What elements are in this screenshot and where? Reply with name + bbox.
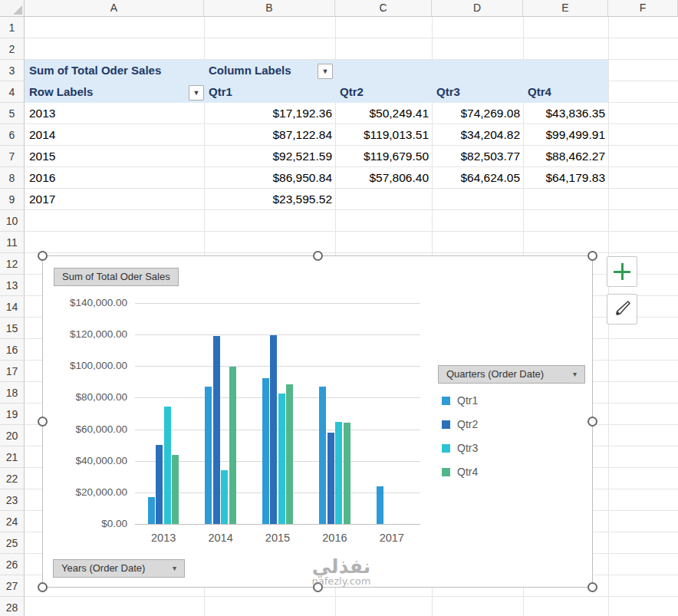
dropdown-arrow-icon: ▼ [193,89,200,97]
bar-qtr3-2016[interactable] [335,422,342,524]
bar-qtr4-2016[interactable] [344,423,351,524]
row-header-28[interactable]: 28 [0,597,25,616]
y-axis-tick-label: $40,000.00 [43,454,127,468]
column-header-C[interactable]: C [335,0,432,17]
bar-qtr2-2015[interactable] [270,335,277,524]
y-axis-tick-label: $120,000.00 [43,328,127,341]
chart-title-field-button[interactable]: Sum of Total Oder Sales [54,268,179,286]
x-axis-label-2015: 2015 [249,531,306,545]
y-axis-tick-label: $140,000.00 [43,296,127,310]
resize-handle-top-center[interactable] [313,251,323,261]
row-header-9[interactable]: 9 [0,189,25,210]
bar-qtr1-2014[interactable] [205,387,212,524]
pivot-chart[interactable]: Sum of Total Oder Sales $0.00$20,000.00$… [42,255,593,588]
row-header-19[interactable]: 19 [0,404,25,425]
row-header-8[interactable]: 8 [0,167,25,189]
chart-x-axis-line [135,524,420,525]
bar-qtr3-2015[interactable] [278,394,285,524]
row-header-23[interactable]: 23 [0,489,25,511]
legend-swatch-qtr1 [442,397,450,405]
excel-worksheet: ABCDEF 123456789101112131415161718192021… [0,0,678,616]
dropdown-arrow-icon: ▾ [573,366,577,383]
x-axis-label-2013: 2013 [135,531,192,545]
column-header-A[interactable]: A [25,0,204,17]
resize-handle-mid-left[interactable] [38,417,48,427]
y-axis-tick-label: $100,000.00 [43,359,127,373]
row-header-13[interactable]: 13 [0,275,25,296]
row-header-11[interactable]: 11 [0,232,25,253]
row-header-7[interactable]: 7 [0,146,25,167]
bar-qtr1-2013[interactable] [148,497,155,524]
row-header-16[interactable]: 16 [0,339,25,361]
resize-handle-bottom-left[interactable] [38,582,48,592]
resize-handle-bottom-right[interactable] [587,582,597,592]
bar-qtr1-2016[interactable] [319,387,326,524]
chart-elements-button[interactable] [607,256,637,287]
chart-styles-button[interactable] [607,294,637,324]
bar-qtr1-2017[interactable] [377,486,383,524]
column-header-E[interactable]: E [523,0,608,17]
row-header-15[interactable]: 15 [0,318,25,339]
row-header-18[interactable]: 18 [0,382,25,404]
axis-field-label: Years (Order Date) [61,560,145,577]
legend-label-qtr3: Qtr3 [457,442,478,454]
legend-item-qtr1[interactable]: Qtr1 [442,394,478,407]
legend-swatch-qtr2 [442,420,450,429]
legend-field-label: Quarters (Order Date) [446,366,544,383]
bar-qtr4-2013[interactable] [172,455,179,524]
row-header-2[interactable]: 2 [0,38,25,60]
row-header-25[interactable]: 25 [0,532,25,554]
row-header-24[interactable]: 24 [0,511,25,532]
row-header-26[interactable]: 26 [0,554,25,575]
chart-gridline [135,334,420,335]
x-axis-label-2014: 2014 [193,531,249,545]
legend-field-button[interactable]: Quarters (Order Date) ▾ [438,365,585,384]
x-axis-label-2016: 2016 [306,531,363,545]
row-header-12[interactable]: 12 [0,253,25,275]
row-header-22[interactable]: 22 [0,468,25,489]
axis-field-button[interactable]: Years (Order Date) ▾ [53,559,185,578]
select-all-corner[interactable] [0,0,25,17]
row-header-14[interactable]: 14 [0,296,25,318]
column-header-D[interactable]: D [432,0,523,17]
column-header-B[interactable]: B [204,0,335,17]
column-labels-filter-button[interactable]: ▼ [318,64,333,79]
resize-handle-bottom-center[interactable] [313,582,323,592]
row-header-10[interactable]: 10 [0,210,25,232]
select-all-triangle-icon [13,5,22,15]
bar-qtr1-2015[interactable] [262,378,269,524]
y-axis-tick-label: $60,000.00 [43,423,127,436]
legend-item-qtr3[interactable]: Qtr3 [442,442,478,454]
legend-item-qtr2[interactable]: Qtr2 [442,418,478,430]
plus-icon [614,263,630,280]
row-header-17[interactable]: 17 [0,361,25,382]
dropdown-arrow-icon: ▼ [322,68,329,75]
row-header-6[interactable]: 6 [0,124,25,146]
row-header-1[interactable]: 1 [0,17,25,38]
bar-qtr4-2015[interactable] [286,384,293,524]
bar-qtr2-2014[interactable] [213,336,220,524]
row-header-5[interactable]: 5 [0,103,25,124]
legend-swatch-qtr4 [442,468,450,476]
y-axis-tick-label: $0.00 [43,517,127,531]
legend-item-qtr4[interactable]: Qtr4 [442,466,478,478]
bar-qtr2-2013[interactable] [156,445,163,524]
legend-label-qtr4: Qtr4 [457,466,478,478]
row-header-21[interactable]: 21 [0,446,25,468]
paintbrush-icon [612,299,632,319]
legend-swatch-qtr3 [442,444,450,453]
chart-gridline [135,303,420,304]
row-header-20[interactable]: 20 [0,425,25,446]
bar-qtr3-2014[interactable] [221,470,228,524]
resize-handle-top-left[interactable] [38,251,48,261]
column-header-F[interactable]: F [608,0,678,17]
row-header-4[interactable]: 4 [0,81,25,103]
bar-qtr4-2014[interactable] [229,367,236,524]
row-labels-filter-button[interactable]: ▼ [189,85,204,100]
bar-qtr2-2016[interactable] [327,433,334,524]
resize-handle-mid-right[interactable] [587,417,597,427]
resize-handle-top-right[interactable] [587,251,597,261]
bar-qtr3-2013[interactable] [164,407,171,524]
row-header-27[interactable]: 27 [0,575,25,597]
row-header-3[interactable]: 3 [0,60,25,81]
